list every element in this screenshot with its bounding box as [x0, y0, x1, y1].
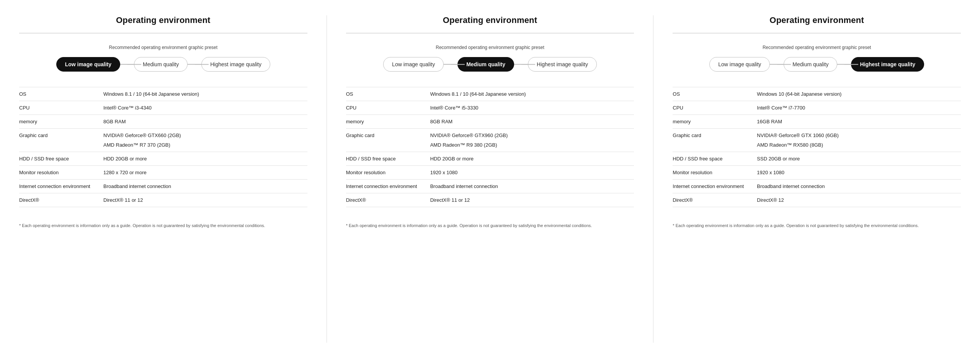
panel-0: Operating environmentRecommended operati… — [0, 15, 327, 343]
panel-2: Operating environmentRecommended operati… — [653, 15, 980, 343]
spec-value: Broadband internet connection — [430, 183, 634, 189]
spec-row: memory8GB RAM — [19, 115, 307, 129]
spec-alt-value: AMD Radeon™ R9 380 (2GB) — [430, 142, 634, 148]
spec-value: DirectX® 12 — [757, 197, 961, 203]
panel-title: Operating environment — [346, 15, 634, 25]
spec-label: CPU — [673, 105, 757, 111]
spec-row: memory16GB RAM — [673, 115, 961, 129]
spec-value: Intel® Core™ i3-4340 — [103, 105, 307, 111]
spec-label: Internet connection environment — [19, 183, 103, 189]
spec-value: DirectX® 11 or 12 — [430, 197, 634, 203]
spec-container: OSWindows 10 (64-bit Japanese version)CP… — [673, 87, 961, 207]
spec-row: Graphic cardNVIDIA® Geforce® GTX960 (2GB… — [346, 129, 634, 140]
preset-btn-2[interactable]: Highest image quality — [528, 57, 597, 72]
spec-value: SSD 20GB or more — [757, 156, 961, 162]
spec-row: Internet connection environmentBroadband… — [346, 180, 634, 193]
spec-row: CPUIntel® Core™ i3-4340 — [19, 101, 307, 115]
spec-alt-value: AMD Radeon™ RX580 (8GB) — [757, 142, 961, 148]
spec-label: HDD / SSD free space — [346, 156, 430, 162]
spec-label: memory — [19, 119, 103, 124]
panel-title: Operating environment — [19, 15, 307, 25]
spec-label: DirectX® — [346, 197, 430, 203]
spec-row: Internet connection environmentBroadband… — [19, 180, 307, 193]
spec-row: DirectX®DirectX® 11 or 12 — [346, 193, 634, 207]
page-wrapper: Operating environmentRecommended operati… — [0, 0, 980, 358]
spec-row: CPUIntel® Core™ i7-7700 — [673, 101, 961, 115]
spec-label: HDD / SSD free space — [19, 156, 103, 162]
preset-btn-1[interactable]: Medium quality — [784, 57, 837, 72]
preset-label: Recommended operating environment graphi… — [346, 45, 634, 50]
panel-divider — [19, 33, 307, 33]
spec-row: DirectX®DirectX® 12 — [673, 193, 961, 207]
spec-value: 1920 x 1080 — [757, 170, 961, 175]
spec-label: Graphic card — [19, 132, 103, 138]
spec-container: OSWindows 8.1 / 10 (64-bit Japanese vers… — [346, 87, 634, 207]
spec-label: DirectX® — [673, 197, 757, 203]
spec-row: HDD / SSD free spaceHDD 20GB or more — [346, 152, 634, 166]
spec-value: Windows 8.1 / 10 (64-bit Japanese versio… — [103, 91, 307, 97]
spec-label: memory — [346, 119, 430, 124]
spec-row: OSWindows 10 (64-bit Japanese version) — [673, 87, 961, 101]
spec-value: Intel® Core™ i5-3330 — [430, 105, 634, 111]
spec-row: Internet connection environmentBroadband… — [673, 180, 961, 193]
spec-row: OSWindows 8.1 / 10 (64-bit Japanese vers… — [19, 87, 307, 101]
spec-value: HDD 20GB or more — [430, 156, 634, 162]
spec-value: 8GB RAM — [430, 119, 634, 124]
spec-label: CPU — [19, 105, 103, 111]
spec-label: HDD / SSD free space — [673, 156, 757, 162]
spec-value: Windows 8.1 / 10 (64-bit Japanese versio… — [430, 91, 634, 97]
panel-divider — [673, 33, 961, 33]
panel-divider — [346, 33, 634, 33]
spec-label: CPU — [346, 105, 430, 111]
spec-value: 8GB RAM — [103, 119, 307, 124]
preset-buttons: Low image qualityMedium qualityHighest i… — [19, 57, 307, 72]
spec-row: memory8GB RAM — [346, 115, 634, 129]
spec-label: Internet connection environment — [673, 183, 757, 189]
spec-alt-row: AMD Radeon™ R7 370 (2GB) — [19, 140, 307, 152]
preset-btn-0[interactable]: Low image quality — [383, 57, 444, 72]
spec-label: DirectX® — [19, 197, 103, 203]
spec-label: Internet connection environment — [346, 183, 430, 189]
spec-value: NVIDIA® Geforce® GTX 1060 (6GB) — [757, 132, 961, 138]
spec-alt-row: AMD Radeon™ RX580 (8GB) — [673, 140, 961, 152]
preset-btn-1[interactable]: Medium quality — [457, 57, 514, 72]
spec-label: Monitor resolution — [19, 170, 103, 175]
spec-value: Broadband internet connection — [757, 183, 961, 189]
spec-label: memory — [673, 119, 757, 124]
spec-row: Graphic cardNVIDIA® Geforce® GTX660 (2GB… — [19, 129, 307, 140]
preset-btn-2[interactable]: Highest image quality — [851, 57, 924, 72]
footnote: * Each operating environment is informat… — [19, 222, 307, 229]
spec-value: 1920 x 1080 — [430, 170, 634, 175]
panel-1: Operating environmentRecommended operati… — [327, 15, 654, 343]
spec-container: OSWindows 8.1 / 10 (64-bit Japanese vers… — [19, 87, 307, 207]
spec-value: HDD 20GB or more — [103, 156, 307, 162]
spec-value: Broadband internet connection — [103, 183, 307, 189]
spec-value: NVIDIA® Geforce® GTX660 (2GB) — [103, 132, 307, 138]
preset-btn-0[interactable]: Low image quality — [56, 57, 120, 72]
spec-value: Windows 10 (64-bit Japanese version) — [757, 91, 961, 97]
spec-row: Graphic cardNVIDIA® Geforce® GTX 1060 (6… — [673, 129, 961, 140]
preset-buttons: Low image qualityMedium qualityHighest i… — [346, 57, 634, 72]
spec-row: HDD / SSD free spaceHDD 20GB or more — [19, 152, 307, 166]
footnote: * Each operating environment is informat… — [673, 222, 961, 229]
spec-row: CPUIntel® Core™ i5-3330 — [346, 101, 634, 115]
panel-title: Operating environment — [673, 15, 961, 25]
spec-label: Monitor resolution — [673, 170, 757, 175]
spec-value: NVIDIA® Geforce® GTX960 (2GB) — [430, 132, 634, 138]
spec-row: DirectX®DirectX® 11 or 12 — [19, 193, 307, 207]
preset-btn-0[interactable]: Low image quality — [709, 57, 770, 72]
preset-label: Recommended operating environment graphi… — [673, 45, 961, 50]
preset-buttons: Low image qualityMedium qualityHighest i… — [673, 57, 961, 72]
spec-row: Monitor resolution1920 x 1080 — [346, 166, 634, 180]
spec-label: Monitor resolution — [346, 170, 430, 175]
spec-row: Monitor resolution1280 x 720 or more — [19, 166, 307, 180]
spec-alt-value: AMD Radeon™ R7 370 (2GB) — [103, 142, 307, 148]
spec-label: Graphic card — [346, 132, 430, 138]
footnote: * Each operating environment is informat… — [346, 222, 634, 229]
preset-btn-1[interactable]: Medium quality — [134, 57, 188, 72]
spec-row: HDD / SSD free spaceSSD 20GB or more — [673, 152, 961, 166]
spec-alt-row: AMD Radeon™ R9 380 (2GB) — [346, 140, 634, 152]
spec-label: OS — [346, 91, 430, 97]
preset-btn-2[interactable]: Highest image quality — [201, 57, 270, 72]
spec-label: OS — [673, 91, 757, 97]
